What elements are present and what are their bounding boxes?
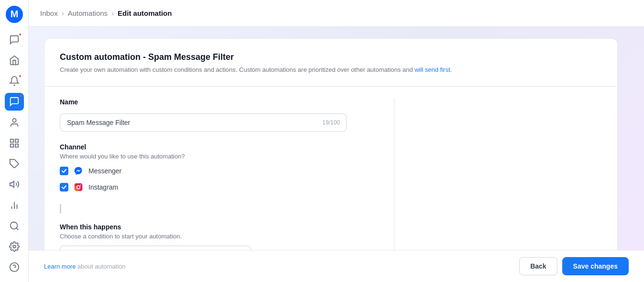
breadcrumb-sep-1: ›: [62, 9, 64, 17]
card-divider: [44, 86, 617, 87]
channel-list: Messenger: [60, 166, 379, 192]
col-left: Name 19/100 Channel Where would you like…: [60, 98, 394, 250]
main-content: Inbox › Automations › Edit automation Cu…: [29, 0, 644, 282]
svg-line-13: [16, 228, 18, 230]
svg-rect-4: [15, 139, 18, 142]
sidebar-item-messages-active[interactable]: [5, 93, 24, 111]
channel-section: Channel Where would you like to use this…: [60, 143, 379, 192]
sidebar-item-inbox[interactable]: [5, 31, 24, 48]
svg-text:M: M: [10, 9, 18, 19]
breadcrumb-inbox[interactable]: Inbox: [40, 9, 58, 17]
trigger-section: When this happens Choose a condition to …: [60, 223, 379, 250]
trigger-sublabel: Choose a condition to start your automat…: [60, 233, 379, 240]
sidebar-item-settings[interactable]: [5, 238, 24, 256]
svg-point-19: [80, 184, 81, 185]
sidebar-item-search[interactable]: [5, 217, 24, 235]
sidebar: M: [0, 0, 29, 282]
svg-point-14: [13, 245, 16, 248]
svg-point-12: [10, 222, 17, 229]
sidebar-item-pages[interactable]: [5, 134, 24, 152]
trigger-select[interactable]: New message received Keyword match Story…: [60, 246, 251, 250]
content-area: Custom automation - Spam Message Filter …: [29, 27, 644, 250]
subtitle-end: .: [450, 66, 452, 73]
breadcrumb-current: Edit automation: [118, 9, 172, 17]
sidebar-item-tags[interactable]: [5, 155, 24, 173]
messenger-icon: [73, 166, 84, 176]
automation-card: Custom automation - Spam Message Filter …: [44, 38, 618, 250]
instagram-label: Instagram: [88, 183, 118, 191]
back-button[interactable]: Back: [519, 257, 557, 275]
svg-rect-5: [10, 144, 13, 147]
sidebar-item-home[interactable]: [5, 51, 24, 69]
col-right: [394, 98, 602, 250]
save-button[interactable]: Save changes: [562, 257, 629, 275]
messenger-checkbox[interactable]: [60, 167, 68, 175]
svg-rect-17: [75, 183, 83, 191]
footer-about-text: about automation: [76, 263, 125, 270]
name-input-wrap: 19/100: [60, 113, 347, 132]
instagram-checkbox[interactable]: [60, 183, 68, 192]
trigger-label: When this happens: [60, 223, 379, 231]
svg-marker-8: [10, 181, 13, 188]
sidebar-item-analytics[interactable]: [5, 196, 24, 214]
card-title: Custom automation - Spam Message Filter: [60, 52, 602, 62]
topbar: Inbox › Automations › Edit automation: [29, 0, 644, 27]
trigger-select-wrap: New message received Keyword match Story…: [60, 246, 251, 250]
channel-item-instagram: Instagram: [60, 182, 379, 192]
breadcrumb-automations[interactable]: Automations: [68, 9, 108, 17]
breadcrumb-sep-2: ›: [111, 9, 114, 17]
meta-logo: M: [6, 6, 23, 23]
sidebar-item-campaigns[interactable]: [5, 176, 24, 193]
subtitle-link[interactable]: will send first: [415, 66, 450, 73]
svg-rect-3: [10, 139, 13, 142]
name-section: Name 19/100: [60, 98, 379, 132]
channel-item-messenger: Messenger: [60, 166, 379, 176]
sidebar-item-help[interactable]: [5, 259, 24, 276]
sidebar-item-notifications[interactable]: [5, 72, 24, 90]
card-subtitle: Create your own automation with custom c…: [60, 65, 602, 75]
channel-label: Channel: [60, 143, 379, 151]
learn-more-link[interactable]: Learn more: [44, 263, 76, 270]
name-input[interactable]: [60, 113, 347, 132]
name-label: Name: [60, 98, 379, 106]
svg-rect-6: [15, 144, 18, 147]
sidebar-item-contacts[interactable]: [5, 113, 24, 131]
footer-learn-more: Learn more about automation: [44, 263, 126, 270]
char-count: 19/100: [322, 119, 340, 126]
footer-buttons: Back Save changes: [519, 257, 629, 275]
footer: Learn more about automation Back Save ch…: [29, 250, 644, 282]
two-col-layout: Name 19/100 Channel Where would you like…: [60, 98, 602, 250]
svg-point-2: [12, 118, 16, 122]
channel-sublabel: Where would you like to use this automat…: [60, 153, 379, 160]
breadcrumb: Inbox › Automations › Edit automation: [40, 9, 172, 17]
messenger-label: Messenger: [88, 167, 121, 175]
subtitle-text: Create your own automation with custom c…: [60, 66, 415, 73]
instagram-icon: [73, 182, 84, 192]
